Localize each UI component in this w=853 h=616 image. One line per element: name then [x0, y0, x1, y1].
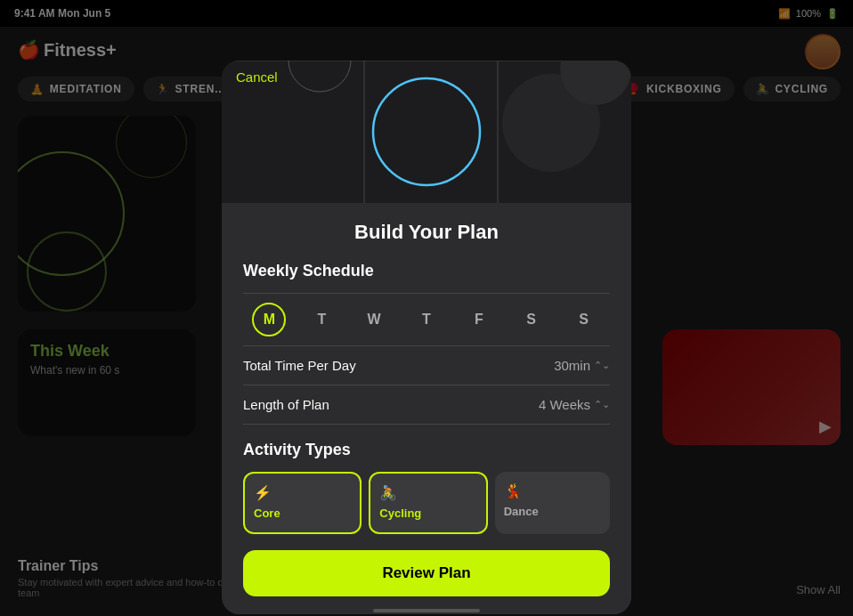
activity-grid: ⚡ Core 🚴 Cycling 💃 Dance	[243, 472, 610, 534]
day-tuesday[interactable]: T	[305, 303, 338, 336]
day-thursday[interactable]: T	[410, 303, 443, 336]
review-plan-button[interactable]: Review Plan	[243, 550, 610, 596]
total-time-row[interactable]: Total Time Per Day 30min ⌃⌄	[243, 346, 610, 385]
day-wednesday[interactable]: W	[357, 303, 391, 336]
activity-types-section: Activity Types ⚡ Core 🚴 Cycling 💃 Dance	[243, 441, 610, 534]
cycling-activity-label: Cycling	[379, 507, 476, 520]
length-plan-label: Length of Plan	[243, 397, 329, 412]
cancel-button[interactable]: Cancel	[236, 69, 278, 85]
day-saturday[interactable]: S	[515, 303, 548, 336]
length-plan-row[interactable]: Length of Plan 4 Weeks ⌃⌄	[243, 385, 610, 425]
modal-title: Build Your Plan	[243, 221, 610, 244]
day-sunday[interactable]: S	[566, 303, 600, 336]
total-time-label: Total Time Per Day	[243, 358, 356, 373]
length-plan-chevron: ⌃⌄	[594, 399, 610, 410]
modal-hero: Cancel	[222, 61, 631, 203]
cycling-activity-icon: 🚴	[379, 484, 476, 501]
day-monday[interactable]: M	[252, 303, 286, 336]
total-time-value: 30min ⌃⌄	[554, 358, 610, 373]
activity-cycling[interactable]: 🚴 Cycling	[369, 472, 487, 534]
svg-point-6	[288, 61, 351, 92]
core-icon: ⚡	[254, 484, 351, 501]
build-plan-modal: Cancel Build Your Plan Weekly Schedule M…	[222, 61, 631, 614]
core-label: Core	[254, 507, 351, 520]
activity-types-heading: Activity Types	[243, 441, 610, 459]
home-indicator	[373, 609, 480, 612]
total-time-chevron: ⌃⌄	[594, 360, 610, 371]
hero-grid-svg	[222, 61, 631, 203]
activity-dance[interactable]: 💃 Dance	[495, 472, 610, 534]
modal-body: Build Your Plan Weekly Schedule M T W T …	[222, 203, 631, 614]
day-friday[interactable]: F	[462, 303, 496, 336]
dance-label: Dance	[504, 505, 601, 518]
dance-icon: 💃	[504, 482, 601, 499]
days-row: M T W T F S S	[243, 293, 610, 346]
weekly-schedule-heading: Weekly Schedule	[243, 262, 610, 280]
svg-point-3	[373, 78, 480, 185]
activity-core[interactable]: ⚡ Core	[243, 472, 362, 534]
length-plan-value: 4 Weeks ⌃⌄	[539, 397, 610, 412]
